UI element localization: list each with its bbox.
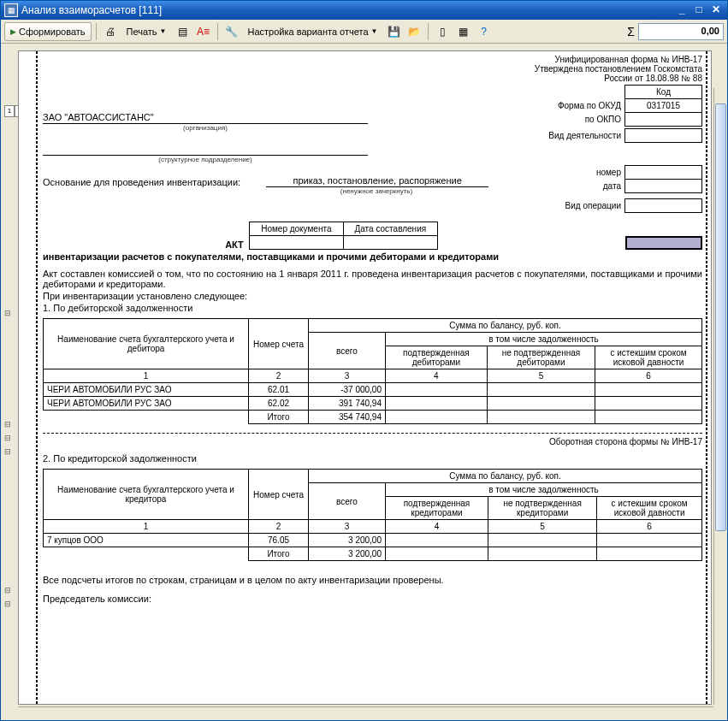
app-window: ▦ Анализ взаиморасчетов [111] _ □ ✕ ▶Сфо… [0,0,728,721]
print-button[interactable]: Печать▼ [121,22,172,41]
codes-table: Код Форма по ОКУД0317015 по ОКПО [553,85,702,127]
act-p2: При инвентаризации установлено следующее… [43,291,702,301]
sum-value: 0,00 [638,23,724,40]
fold-mark[interactable]: ⊟ [3,586,13,596]
footer-checked: Все подсчеты итогов по строкам, страница… [43,575,702,585]
fold-mark[interactable]: ⊟ [3,309,13,319]
fold-mark[interactable]: ⊟ [3,447,13,458]
workspace: 1 2 3 ⊟ ⊟ ⊟ ⊟ ⊟ ⊟ Унифицированная форма … [1,44,727,720]
minimize-button[interactable]: _ [674,3,690,17]
section-1: 1. По дебиторской задолженности [43,303,702,313]
close-button[interactable]: ✕ [708,3,724,17]
credit-table: Наименование счета бухгалтерского учета … [43,469,702,561]
form-button[interactable]: ▶Сформировать [4,22,92,41]
basis-label: Основание для проведения инвентаризации: [43,177,240,187]
sub-caption: (структурное подразделение) [43,156,368,163]
footer-chair: Председатель комиссии: [43,594,702,604]
table-icon[interactable]: ▤ [174,22,192,41]
font-icon[interactable]: A≡ [194,22,213,41]
oper-table: Вид операции [560,198,702,213]
act-p1: Акт составлен комиссией о том, что по со… [43,269,702,289]
activity-table: Вид деятельности [543,128,702,143]
settings-button[interactable]: Настройка варианта отчета▼ [243,22,383,41]
debit-table: Наименование счета бухгалтерского учета … [43,318,702,424]
horizontal-scrollbar[interactable] [18,706,713,720]
fold-mark[interactable]: ⊟ [3,600,13,610]
document-area: Унифицированная форма № ИНВ-17 Утвержден… [18,50,712,705]
back-note: Оборотная сторона формы № ИНВ-17 [43,437,702,446]
table-row: 7 купцов ООО76.053 200,00 [44,534,702,547]
help-icon[interactable]: ? [474,22,493,41]
app-icon: ▦ [4,3,18,17]
org-name: ЗАО "АВТОАССИСТАНС" [43,112,368,124]
tool1-icon[interactable]: ▯ [433,22,452,41]
fold-mark[interactable]: ⊟ [3,434,13,444]
sum-label: Σ [627,25,635,38]
toolbar: ▶Сформировать 🖨 Печать▼ ▤ A≡ 🔧 Настройка… [1,20,727,44]
print-icon[interactable]: 🖨 [101,22,120,41]
act-title: инвентаризации расчетов с покупателями, … [43,251,702,262]
fold-mark[interactable]: ⊟ [3,420,13,430]
basis-value: приказ, постановление, распоряжение [266,175,488,187]
table-row: ЧЕРИ АВТОМОБИЛИ РУС ЗАО62.02391 740,94 [44,397,702,411]
stamp-box [625,236,702,250]
act-label: АКТ [225,239,244,250]
titlebar: ▦ Анализ взаиморасчетов [111] _ □ ✕ [1,1,727,20]
org-caption: (организация) [43,124,368,132]
vertical-scrollbar[interactable] [713,88,727,705]
form-header-2: Утверждена постановлением Госкомстата [43,64,702,74]
wrench-icon[interactable]: 🔧 [222,22,241,41]
level-1[interactable]: 1 [4,105,15,117]
doc-date-table: Номер документаДата составления [249,222,438,250]
open-icon[interactable]: 📂 [405,22,423,41]
window-title: Анализ взаиморасчетов [111] [21,4,162,16]
save-icon[interactable]: 💾 [384,22,403,41]
table-row: ЧЕРИ АВТОМОБИЛИ РУС ЗАО62.01-37 000,00 [44,383,702,397]
num-date-table: номер дата [591,165,702,193]
form-header-3: России от 18.08.98 № 88 [43,74,702,83]
maximize-button[interactable]: □ [691,3,707,17]
tool2-icon[interactable]: ▦ [453,22,472,41]
form-header-1: Унифицированная форма № ИНВ-17 [43,55,702,64]
section-2: 2. По кредиторской задолженности [43,453,702,464]
